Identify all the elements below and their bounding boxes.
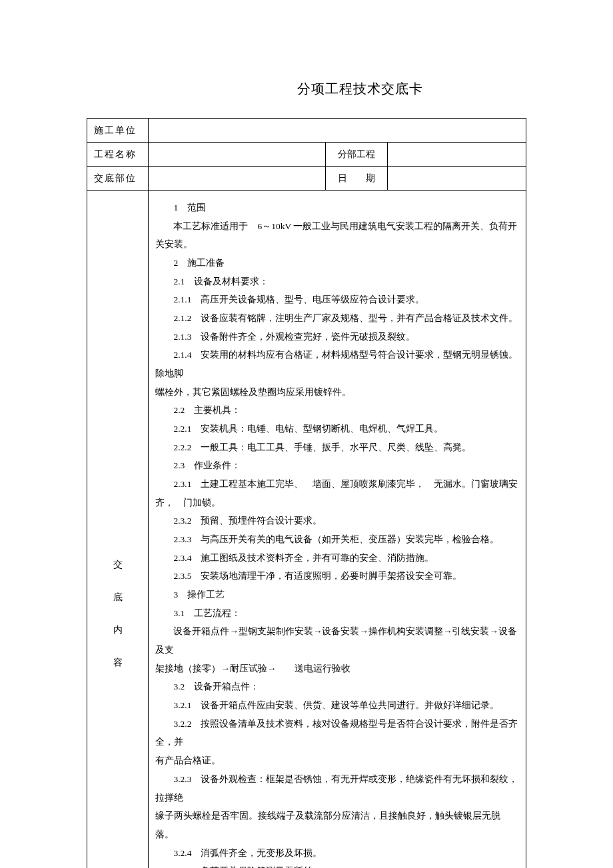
section-2-2: 2.2 主要机具： xyxy=(155,401,519,420)
section-2-3: 2.3 作业条件： xyxy=(155,456,519,475)
side-char-4: 容 xyxy=(113,657,123,667)
section-2-2-1: 2.2.1 安装机具：电锤、电钻、型钢切断机、电焊机、气焊工具。 xyxy=(155,420,519,438)
section-2-3-2: 2.3.2 预留、预埋件符合设计要求。 xyxy=(155,512,519,530)
label-sub-project: 分部工程 xyxy=(326,143,387,167)
side-char-1: 交 xyxy=(113,560,123,570)
section-3-2: 3.2 设备开箱点件： xyxy=(155,677,519,696)
section-2-1: 2.1 设备及材料要求： xyxy=(155,272,519,291)
label-project-name: 工程名称 xyxy=(87,143,149,167)
section-1-text: 本工艺标准适用于 6～10kV 一般工业与民用建筑电气安装工程的隔离开关、负荷开… xyxy=(155,217,519,254)
section-2-1-4b: 螺栓外，其它紧固螺栓及垫圈均应采用镀锌件。 xyxy=(155,383,519,402)
section-3-1: 3.1 工艺流程： xyxy=(155,604,519,623)
section-2-3-1: 2.3.1 土建工程基本施工完毕、 墙面、屋顶喷浆刷漆完毕， 无漏水。门窗玻璃安… xyxy=(155,475,519,512)
section-2-3-4: 2.3.4 施工图纸及技术资料齐全，并有可靠的安全、消防措施。 xyxy=(155,549,519,568)
section-2: 2 施工准备 xyxy=(155,254,519,272)
section-2-1-1: 2.1.1 高压开关设备规格、型号、电压等级应符合设计要求。 xyxy=(155,290,519,309)
label-disclosure-part: 交底部位 xyxy=(87,167,149,191)
side-char-2: 底 xyxy=(113,592,123,602)
section-2-3-3: 2.3.3 与高压开关有关的电气设备（如开关柜、变压器）安装完毕，检验合格。 xyxy=(155,530,519,549)
value-sub-project xyxy=(387,143,526,167)
section-2-3-5: 2.3.5 安装场地清理干净，有适度照明，必要时脚手架搭设安全可靠。 xyxy=(155,567,519,586)
page-title: 分项工程技术交底卡 xyxy=(87,80,526,98)
content-body: 1 范围 本工艺标准适用于 6～10kV 一般工业与民用建筑电气安装工程的隔离开… xyxy=(149,191,526,869)
section-3-2-5: 3.2.5 负荷开关保险管测量无断丝。 xyxy=(155,862,519,868)
section-3-2-1: 3.2.1 设备开箱点件应由安装、供货、建设等单位共同进行。并做好详细记录。 xyxy=(155,696,519,715)
section-3-2-4: 3.2.4 消弧件齐全，无变形及坏损。 xyxy=(155,844,519,863)
section-2-1-3: 2.1.3 设备附件齐全，外观检查完好，瓷件无破损及裂纹。 xyxy=(155,328,519,346)
section-3: 3 操作工艺 xyxy=(155,586,519,604)
value-date xyxy=(387,167,526,191)
form-table: 施工单位 工程名称 分部工程 交底部位 日 期 交 底 内 容 1 范围 本工艺… xyxy=(87,118,526,868)
section-3-2-3b: 缘子两头螺栓是否牢固。接线端子及载流部分应清洁，且接触良好，触头镀银层无脱落。 xyxy=(155,807,519,843)
section-3-2-2a: 3.2.2 按照设备清单及技术资料，核对设备规格型号是否符合设计要求，附件是否齐… xyxy=(155,715,519,751)
section-2-1-2: 2.1.2 设备应装有铭牌，注明生产厂家及规格、型号，并有产品合格证及技术文件。 xyxy=(155,309,519,328)
section-3-2-2b: 有产品合格证。 xyxy=(155,751,519,770)
value-disclosure-part xyxy=(149,167,326,191)
section-2-1-4a: 2.1.4 安装用的材料均应有合格证，材料规格型号符合设计要求，型钢无明显锈蚀。… xyxy=(155,346,519,382)
side-char-3: 内 xyxy=(113,625,123,635)
section-2-2-2: 2.2.2 一般工具：电工工具、手锤、扳手、水平尺、尺类、线坠、高凳。 xyxy=(155,438,519,457)
label-date: 日 期 xyxy=(326,167,387,191)
value-project-name xyxy=(149,143,326,167)
label-construction-unit: 施工单位 xyxy=(87,119,149,143)
side-label: 交 底 内 容 xyxy=(87,191,149,869)
section-3-1-flow-a: 设备开箱点件→型钢支架制作安装→设备安装→操作机构安装调整→引线安装→设备及支 xyxy=(155,622,519,659)
section-1: 1 范围 xyxy=(155,199,519,217)
section-3-1-flow-b: 架接地（接零）→耐压试验→ 送电运行验收 xyxy=(155,659,519,678)
value-construction-unit xyxy=(149,119,526,143)
section-3-2-3a: 3.2.3 设备外观检查：框架是否锈蚀，有无开焊或变形，绝缘瓷件有无坏损和裂纹，… xyxy=(155,770,519,807)
